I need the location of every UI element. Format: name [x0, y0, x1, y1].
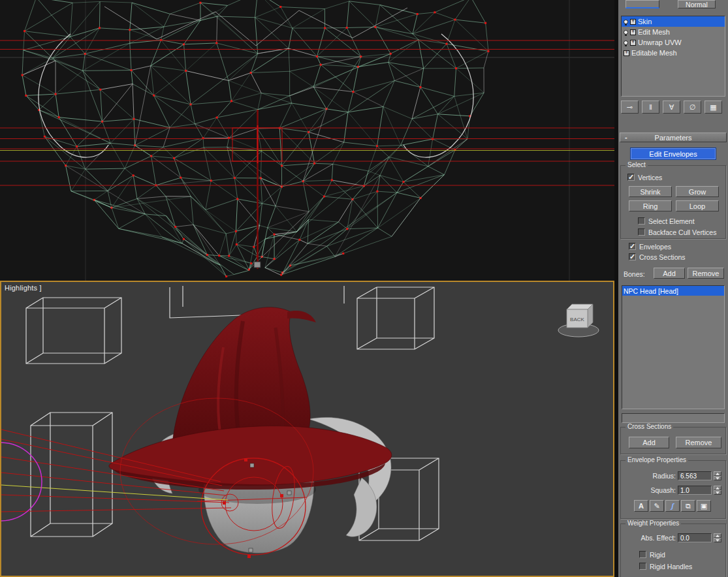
- vertices-checkbox[interactable]: Vertices: [627, 173, 662, 181]
- absolute-a-button[interactable]: A: [634, 500, 648, 512]
- cross-sections-group: Cross Sections Add Remove: [620, 427, 726, 454]
- wireframe-scene: [0, 0, 614, 281]
- grow-button[interactable]: Grow: [676, 186, 719, 197]
- loop-button[interactable]: Loop: [676, 200, 719, 211]
- checkbox-label: Vertices: [638, 174, 662, 181]
- cross-sections-checkbox[interactable]: Cross Sections: [629, 253, 686, 261]
- copy-icon: ⧉: [686, 502, 691, 510]
- radius-spinner[interactable]: [714, 471, 721, 480]
- cross-sections-group-label: Cross Sections: [625, 423, 673, 430]
- shaded-scene: BACK: [1, 282, 613, 576]
- add-bone-button[interactable]: Add: [654, 268, 685, 279]
- pencil-button[interactable]: ✎: [650, 500, 664, 512]
- bone-list-item[interactable]: NPC Head [Head]: [622, 286, 724, 296]
- checkbox-box[interactable]: [629, 243, 636, 250]
- checkbox-box[interactable]: [638, 217, 645, 225]
- parameters-rollout-header[interactable]: - Parameters: [620, 133, 727, 142]
- radius-row: Radius: 6.563: [625, 471, 721, 480]
- bones-list[interactable]: NPC Head [Head]: [622, 285, 725, 409]
- checkbox-box[interactable]: [639, 563, 646, 570]
- abs-effect-spinner[interactable]: [714, 533, 721, 542]
- viewport-shaded[interactable]: Highlights ]: [0, 281, 614, 577]
- modifier-enable-icon[interactable]: [624, 30, 628, 35]
- abs-effect-row: Abs. Effect: 0.0: [625, 533, 721, 542]
- stack-item-unwrap-uvw[interactable]: Unwrap UVW: [622, 37, 725, 48]
- backface-cull-vertices-checkbox[interactable]: Backface Cull Vertices: [638, 228, 716, 236]
- rigid-handles-checkbox[interactable]: Rigid Handles: [639, 562, 692, 570]
- checkbox-box[interactable]: [629, 253, 636, 260]
- checkbox-label: Rigid: [650, 551, 665, 559]
- checkbox-label: Select Element: [648, 217, 695, 225]
- stack-item-edit-mesh[interactable]: Edit Mesh: [622, 27, 725, 37]
- checkbox-label: Cross Sections: [639, 253, 686, 261]
- panel-top-button[interactable]: [625, 0, 659, 8]
- spin-up-icon[interactable]: [714, 533, 721, 538]
- stack-item-editable-mesh[interactable]: Editable Mesh: [622, 48, 725, 58]
- expand-icon[interactable]: [630, 19, 636, 25]
- configure-modifier-sets-button[interactable]: ▦: [704, 101, 722, 114]
- abs-effect-field[interactable]: 0.0: [678, 533, 712, 542]
- a-icon: A: [639, 502, 644, 510]
- spin-down-icon[interactable]: [714, 538, 721, 542]
- copy-envelope-button[interactable]: ⧉: [681, 500, 695, 512]
- expand-icon[interactable]: [630, 40, 636, 46]
- rigid-checkbox[interactable]: Rigid: [639, 550, 665, 559]
- back-grid-helper[interactable]: BACK: [558, 304, 599, 337]
- make-unique-icon: ∀: [669, 103, 674, 112]
- viewport-wireframe[interactable]: [0, 0, 614, 281]
- expand-icon[interactable]: [624, 50, 629, 56]
- gizmo-handle[interactable]: [254, 262, 261, 268]
- remove-bone-button[interactable]: Remove: [688, 268, 724, 279]
- abs-effect-label: Abs. Effect:: [625, 534, 676, 542]
- stack-item-skin[interactable]: Skin: [622, 16, 725, 27]
- modifier-enable-icon[interactable]: [624, 40, 628, 45]
- expand-icon[interactable]: [630, 29, 636, 35]
- stack-item-label: Skin: [638, 18, 652, 25]
- spin-down-icon[interactable]: [714, 476, 721, 480]
- checkbox-label: Backface Cull Vertices: [648, 228, 716, 236]
- add-cross-section-button[interactable]: Add: [629, 437, 669, 448]
- normal-button[interactable]: Normal: [678, 0, 716, 8]
- spin-up-icon[interactable]: [714, 471, 721, 476]
- falloff-curve-button[interactable]: ʃ: [665, 500, 680, 512]
- paste-envelope-button[interactable]: ▣: [697, 500, 711, 512]
- envelope-properties-label: Envelope Properties: [625, 456, 688, 463]
- ring-button[interactable]: Ring: [629, 200, 672, 211]
- pin-stack-icon: ⊸: [627, 103, 633, 112]
- character-model[interactable]: [109, 307, 392, 554]
- modifier-enable-icon[interactable]: [624, 20, 628, 24]
- cross-section-lines[interactable]: [0, 40, 614, 185]
- checkbox-label: Envelopes: [639, 243, 671, 251]
- stack-toolbar: ⊸ ‖ ∀ ∅ ▦: [621, 101, 725, 114]
- select-element-checkbox[interactable]: Select Element: [638, 217, 695, 225]
- bone-name-field[interactable]: [622, 413, 725, 423]
- viewport-label[interactable]: Highlights ]: [5, 284, 42, 292]
- select-group: Select Vertices Shrink Grow Ring Loop Se…: [620, 165, 726, 239]
- checkbox-box[interactable]: [639, 551, 646, 558]
- paste-icon: ▣: [701, 502, 707, 510]
- checkbox-box[interactable]: [638, 228, 645, 236]
- squash-label: Squash:: [625, 486, 676, 494]
- edit-envelopes-button[interactable]: Edit Envelopes: [630, 148, 716, 160]
- envelope-tools-row: A ✎ ʃ ⧉ ▣: [634, 500, 711, 512]
- remove-modifier-button[interactable]: ∅: [684, 101, 701, 114]
- mirror-plane-circle[interactable]: [1, 443, 42, 521]
- envelopes-checkbox[interactable]: Envelopes: [629, 242, 671, 251]
- spin-up-icon[interactable]: [714, 486, 721, 490]
- radius-label: Radius:: [625, 472, 676, 480]
- configure-modifier-sets-icon: ▦: [710, 103, 716, 112]
- radius-field[interactable]: 6.563: [678, 471, 712, 480]
- spin-down-icon[interactable]: [714, 490, 721, 495]
- show-end-result-button[interactable]: ‖: [642, 101, 659, 114]
- rollout-title: Parameters: [655, 134, 692, 142]
- checkbox-box[interactable]: [627, 174, 635, 181]
- remove-cross-section-button[interactable]: Remove: [676, 437, 721, 448]
- make-unique-button[interactable]: ∀: [663, 101, 680, 114]
- collapse-icon[interactable]: -: [625, 133, 627, 141]
- pin-stack-button[interactable]: ⊸: [621, 101, 639, 114]
- checkbox-label: Rigid Handles: [650, 563, 692, 570]
- squash-field[interactable]: 1.0: [678, 486, 712, 495]
- shrink-button[interactable]: Shrink: [629, 186, 672, 197]
- squash-spinner[interactable]: [714, 486, 721, 495]
- 3d-app-window: Highlights ]: [0, 0, 728, 577]
